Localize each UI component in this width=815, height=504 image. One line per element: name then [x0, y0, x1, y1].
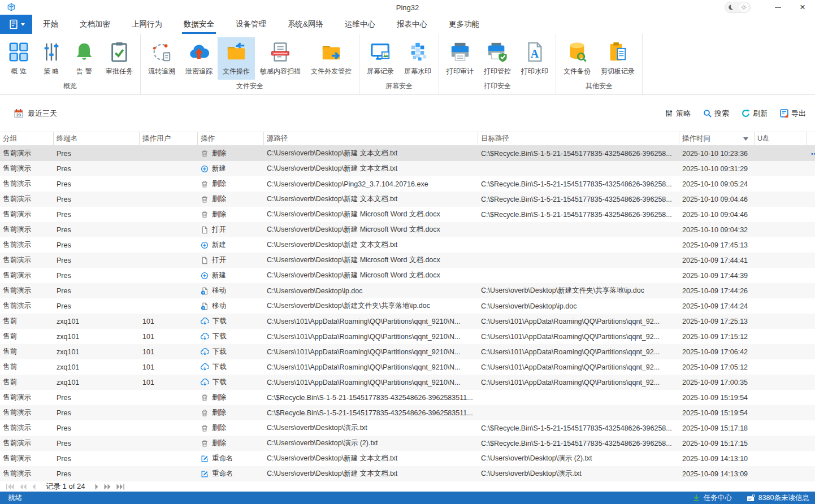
cell-target — [478, 253, 679, 268]
cell-source: C:\Users\overb\Desktop\Ping32_3.7.104.20… — [264, 176, 478, 192]
cell-action: 删除 — [198, 207, 264, 222]
tool-导出[interactable]: 导出 — [780, 108, 806, 119]
policy-tool-icon — [665, 109, 673, 118]
trash-icon — [201, 409, 209, 417]
table-row[interactable]: 售前演示Pres删除C:\Users\overb\Desktop\新建 文本文档… — [0, 146, 815, 161]
row-menu-ellipsis[interactable]: ••• — [811, 150, 815, 157]
cell-time: 2025-10-09 17:05:12 — [679, 359, 755, 375]
ribbon-button-label: 告 警 — [76, 67, 92, 76]
table-row[interactable]: 售前演示Pres移动C:\Users\overb\Desktop\新建文件夹\共… — [0, 298, 815, 314]
task-center-button[interactable]: 任务中心 — [692, 493, 732, 503]
ribbon-button-文件外发管控[interactable]: 文件外发管控 — [306, 37, 357, 80]
screen-record-icon — [370, 41, 391, 63]
table-row[interactable]: 售前zxq101101下载C:\Users\101\AppData\Roamin… — [0, 314, 815, 329]
table-row[interactable]: 售前zxq101101下载C:\Users\101\AppData\Roamin… — [0, 359, 815, 375]
table-row[interactable]: 售前演示Pres新建C:\Users\overb\Desktop\新建 文本文档… — [0, 161, 815, 176]
cell-usb — [755, 176, 807, 192]
column-header-操作[interactable]: 操作 — [198, 132, 264, 145]
ribbon-button-概览[interactable]: 概 览 — [2, 37, 35, 80]
app-menu-button[interactable] — [0, 15, 32, 34]
cell-user — [140, 466, 198, 481]
tab-开始[interactable]: 开始 — [32, 15, 69, 34]
table-row[interactable]: 售前演示Pres移动C:\Users\overb\Desktop\ip.docC… — [0, 283, 815, 298]
cell-time: 2025-10-09 14:13:10 — [679, 451, 755, 466]
column-header-操作时间[interactable]: 操作时间 — [679, 132, 755, 145]
table-row[interactable]: 售前演示Pres重命名C:\Users\overb\Desktop\新建 文本文… — [0, 451, 815, 466]
table-row[interactable]: 售前演示Pres新建C:\Users\overb\Desktop\新建 Micr… — [0, 268, 815, 283]
table-row[interactable]: 售前演示Pres删除C:\Users\overb\Desktop\新建 Micr… — [0, 207, 815, 222]
cell-action: 删除 — [198, 405, 264, 420]
ribbon-button-打印管控[interactable]: 打印管控 — [479, 37, 516, 80]
ribbon-button-告警[interactable]: 告 警 — [68, 37, 101, 80]
page-first-icon[interactable] — [6, 484, 14, 490]
cell-action: 下载 — [198, 359, 264, 375]
tab-上网行为[interactable]: 上网行为 — [121, 15, 173, 34]
tab-更多功能[interactable]: 更多功能 — [438, 15, 490, 34]
table-row[interactable]: 售前演示Pres删除C:\Users\overb\Desktop\演示.txtC… — [0, 420, 815, 436]
cell-menu — [807, 344, 815, 359]
ribbon-button-打印水印[interactable]: A打印水印 — [516, 37, 553, 80]
tab-文档加密[interactable]: 文档加密 — [69, 15, 121, 34]
ribbon-button-策略[interactable]: 策 略 — [35, 37, 68, 80]
refresh-icon — [742, 109, 750, 118]
tool-策略[interactable]: 策略 — [665, 108, 691, 119]
table-row[interactable]: 售前演示Pres删除C:\Users\overb\Desktop\Ping32_… — [0, 176, 815, 192]
cell-terminal: Pres — [54, 405, 140, 420]
column-header-extra[interactable] — [807, 132, 815, 145]
column-header-源路径[interactable]: 源路径 — [264, 132, 478, 145]
cell-action: 下载 — [198, 329, 264, 344]
table-row[interactable]: 售前演示Pres打开C:\Users\overb\Desktop\新建 Micr… — [0, 222, 815, 237]
cell-time: 2025-10-09 17:44:26 — [679, 283, 755, 298]
column-header-U盘[interactable]: U盘 — [755, 132, 807, 145]
tab-数据安全[interactable]: 数据安全 — [173, 15, 225, 34]
cell-time: 2025-10-09 14:13:09 — [679, 466, 755, 481]
table-row[interactable]: 售前演示Pres新建C:\Users\overb\Desktop\新建 文本文档… — [0, 237, 815, 253]
column-header-目标路径[interactable]: 目标路径 — [478, 132, 679, 145]
table-row[interactable]: 售前演示Pres删除C:\$Recycle.Bin\S-1-5-21-15451… — [0, 390, 815, 405]
ribbon-button-敏感内容扫描[interactable]: 敏感内容扫描 — [255, 37, 306, 80]
column-header-操作用户[interactable]: 操作用户 — [140, 132, 198, 145]
ribbon-button-屏幕记录[interactable]: 屏幕记录 — [362, 37, 399, 80]
ribbon-button-文件备份[interactable]: 文件备份 — [558, 37, 596, 80]
cell-terminal: Pres — [54, 161, 140, 176]
ribbon-button-打印审计[interactable]: 打印审计 — [441, 37, 479, 80]
table-row[interactable]: 售前演示Pres删除C:\$Recycle.Bin\S-1-5-21-15451… — [0, 405, 815, 420]
table-row[interactable]: 售前演示Pres删除C:\Users\overb\Desktop\演示 (2).… — [0, 436, 815, 451]
table-row[interactable]: 售前演示Pres重命名C:\Users\overb\Desktop\新建 文本文… — [0, 466, 815, 481]
table-row[interactable]: 售前zxq101101下载C:\Users\101\AppData\Roamin… — [0, 375, 815, 390]
ribbon-button-审批任务[interactable]: 审批任务 — [101, 37, 138, 80]
title-bar: Ping32 × — [0, 0, 815, 15]
page-next-icon[interactable] — [94, 484, 99, 490]
table-row[interactable]: 售前演示Pres删除C:\Users\overb\Desktop\新建 文本文档… — [0, 192, 815, 207]
cell-user: 101 — [140, 359, 198, 375]
unread-messages-label: 8380条未读信息 — [758, 493, 809, 503]
unread-messages-button[interactable]: 8380条未读信息 — [747, 493, 809, 503]
ribbon-button-剪切板记录[interactable]: 剪切板记录 — [596, 37, 640, 80]
cell-target — [478, 405, 679, 420]
ribbon-button-文件操作[interactable]: 文件操作 — [218, 37, 255, 80]
screen-watermark-icon — [407, 41, 428, 63]
page-fast-prev-icon[interactable] — [19, 484, 27, 490]
plus-circle-icon — [201, 241, 209, 249]
tab-设备管理[interactable]: 设备管理 — [225, 15, 277, 34]
ribbon-button-屏幕水印[interactable]: 屏幕水印 — [399, 37, 436, 80]
table-row[interactable]: 售前演示Pres打开C:\Users\overb\Desktop\新建 Micr… — [0, 253, 815, 268]
ribbon-button-流转追溯[interactable]: 流转追溯 — [143, 37, 180, 80]
cell-menu — [807, 161, 815, 176]
page-last-icon[interactable] — [116, 484, 125, 490]
tab-报表中心[interactable]: 报表中心 — [386, 15, 438, 34]
ribbon-button-泄密追踪[interactable]: 泄密追踪 — [180, 37, 218, 80]
table-row[interactable]: 售前zxq101101下载C:\Users\101\AppData\Roamin… — [0, 344, 815, 359]
tool-刷新[interactable]: 刷新 — [742, 108, 768, 119]
table-row[interactable]: 售前zxq101101下载C:\Users\101\AppData\Roamin… — [0, 329, 815, 344]
tab-系统&网络[interactable]: 系统&网络 — [277, 15, 334, 34]
ribbon: 概 览策 略告 警审批任务概览流转追溯泄密追踪文件操作敏感内容扫描文件外发管控文… — [0, 34, 815, 95]
page-fast-next-icon[interactable] — [104, 484, 111, 490]
cell-target: C:\$Recycle.Bin\S-1-5-21-1545177835-4325… — [478, 176, 679, 192]
tab-运维中心[interactable]: 运维中心 — [334, 15, 386, 34]
column-header-终端名[interactable]: 终端名 — [54, 132, 140, 145]
tool-搜索[interactable]: 搜索 — [703, 108, 729, 119]
column-header-分组[interactable]: 分组 — [0, 132, 54, 145]
date-range-filter[interactable]: 23 最近三天 — [14, 108, 57, 119]
page-prev-icon[interactable] — [32, 484, 36, 490]
